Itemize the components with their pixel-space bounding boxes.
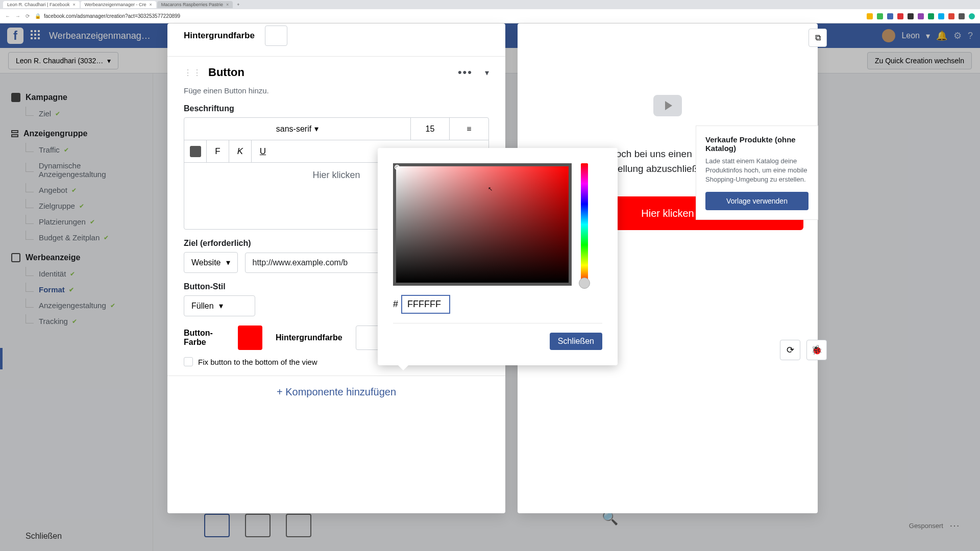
more-icon[interactable]: ••• bbox=[458, 66, 473, 79]
text-color-button[interactable] bbox=[184, 140, 207, 162]
button-color-label: Button-Farbe bbox=[184, 329, 225, 347]
add-component-button[interactable]: + Komponente hinzufügen bbox=[167, 376, 505, 413]
use-template-button[interactable]: Vorlage verwenden bbox=[705, 192, 808, 210]
browser-tab[interactable]: Leon R. Chaudhari | Facebook× bbox=[3, 1, 80, 8]
bg-color-label: Hintergrundfarbe bbox=[276, 333, 342, 342]
align-button[interactable]: ≡ bbox=[450, 124, 488, 134]
color-picker-popover: ↖ # Schließen bbox=[378, 148, 618, 365]
extension-icons bbox=[867, 13, 975, 19]
button-color-swatch[interactable] bbox=[238, 325, 262, 350]
color-picker-handle[interactable] bbox=[395, 165, 400, 170]
drag-handle-icon[interactable]: ⋮⋮ bbox=[184, 68, 202, 78]
bold-button[interactable]: F bbox=[207, 140, 229, 162]
italic-button[interactable]: K bbox=[229, 140, 252, 162]
close-icon[interactable]: × bbox=[72, 2, 75, 7]
bg-color-swatch[interactable] bbox=[265, 26, 287, 46]
color-picker-close-button[interactable]: Schließen bbox=[550, 333, 602, 350]
section-title: Button bbox=[208, 66, 458, 79]
chevron-down-icon: ▾ bbox=[219, 301, 223, 311]
font-size-input[interactable]: 15 bbox=[411, 118, 450, 140]
template-card: Verkaufe Produkte (ohne Katalog) Lade st… bbox=[696, 126, 818, 220]
url-text[interactable]: facebook.com/adsmanager/creation?act=303… bbox=[44, 13, 180, 19]
close-icon[interactable]: × bbox=[150, 2, 152, 7]
chevron-down-icon: ▾ bbox=[226, 258, 230, 267]
reload-icon[interactable]: ⟳ bbox=[26, 13, 30, 19]
forward-icon[interactable]: → bbox=[15, 13, 20, 19]
open-preview-icon[interactable]: ⧉ bbox=[808, 29, 827, 47]
chevron-down-icon: ▾ bbox=[314, 124, 318, 134]
back-icon[interactable]: ← bbox=[5, 13, 10, 19]
browser-tab-strip: Leon R. Chaudhari | Facebook× Werbeanzei… bbox=[0, 0, 980, 9]
browser-tab[interactable]: Werbeanzeigenmanager - Cre× bbox=[81, 1, 156, 8]
close-icon[interactable]: × bbox=[226, 2, 229, 7]
template-card-title: Verkaufe Produkte (ohne Katalog) bbox=[705, 135, 808, 153]
target-type-select[interactable]: Website▾ bbox=[184, 252, 238, 273]
color-picker-hue[interactable] bbox=[581, 163, 588, 286]
underline-button[interactable]: U bbox=[252, 140, 274, 162]
font-select[interactable]: sans-serif▾ bbox=[184, 118, 411, 140]
fix-bottom-label: Fix button to the bottom of the view bbox=[198, 358, 317, 366]
hex-prefix: # bbox=[393, 299, 398, 310]
lock-icon: 🔒 bbox=[35, 13, 41, 19]
video-placeholder-icon bbox=[653, 95, 682, 116]
cursor-icon: ↖ bbox=[488, 186, 493, 192]
new-tab-button[interactable]: + bbox=[237, 2, 239, 7]
template-card-body: Lade statt einem Katalog deine Produktin… bbox=[705, 157, 808, 185]
caption-label: Beschriftung bbox=[184, 104, 489, 113]
section-intro: Füge einen Button hinzu. bbox=[184, 86, 489, 95]
button-bg-color-swatch[interactable] bbox=[356, 325, 380, 350]
button-style-select[interactable]: Füllen▾ bbox=[184, 295, 255, 316]
refresh-icon[interactable]: ⟳ bbox=[780, 340, 800, 360]
chevron-down-icon[interactable]: ▾ bbox=[485, 68, 489, 78]
hue-handle[interactable] bbox=[579, 278, 590, 289]
bug-icon[interactable]: 🐞 bbox=[806, 340, 827, 360]
color-picker-saturation[interactable]: ↖ bbox=[393, 163, 572, 286]
prev-section-label: Hintergrundfarbe bbox=[184, 31, 255, 41]
hex-input[interactable] bbox=[401, 295, 450, 314]
browser-tab[interactable]: Macarons Raspberries Pastrie× bbox=[157, 1, 233, 8]
fix-bottom-checkbox[interactable] bbox=[184, 357, 193, 366]
browser-toolbar: ← → ⟳ 🔒facebook.com/adsmanager/creation?… bbox=[0, 9, 980, 23]
